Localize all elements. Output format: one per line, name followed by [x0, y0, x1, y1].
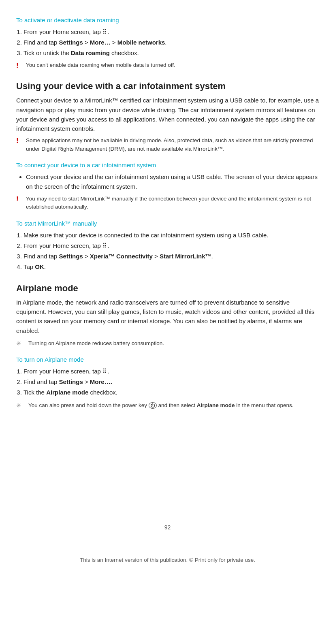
airplane-mode-section: Airplane mode In Airplane mode, the netw… [16, 283, 319, 410]
connect-note-text: You may need to start MirrorLink™ manual… [26, 195, 319, 211]
airplane-mode-body: In Airplane mode, the network and radio … [16, 298, 319, 335]
footer-text: This is an Internet version of this publ… [16, 556, 319, 565]
list-item: Tick the Airplane mode checkbox. [23, 388, 319, 397]
list-item: Make sure that your device is connected … [23, 230, 319, 240]
data-roaming-note-text: You can't enable data roaming when mobil… [26, 61, 175, 69]
footer: 92 This is an Internet version of this p… [16, 523, 319, 565]
list-item: Connect your device and the car infotain… [26, 172, 319, 192]
exclamation-icon-3: ! [16, 195, 22, 203]
airplane-mode-tip-text: Turning on Airplane mode reduces battery… [28, 339, 164, 348]
turn-on-airplane-subheading: To turn on Airplane mode [16, 355, 319, 364]
page-number: 92 [16, 523, 319, 532]
turn-on-airplane-tip: ✳ You can also press and hold down the p… [16, 401, 319, 409]
airplane-mode-heading: Airplane mode [16, 283, 319, 294]
data-roaming-steps: From your Home screen, tap ⠿. Find and t… [16, 27, 319, 58]
list-item: Find and tap Settings > Xperia™ Connecti… [23, 252, 319, 261]
car-infotainment-note: ! Some applications may not be available… [16, 136, 319, 153]
car-infotainment-heading: Using your device with a car infotainmen… [16, 81, 319, 92]
turn-on-airplane-steps: From your Home screen, tap ⠿. Find and t… [16, 367, 319, 397]
list-item: Tap OK. [23, 262, 319, 272]
list-item: From your Home screen, tap ⠿. [23, 241, 319, 251]
list-item: Find and tap Settings > More… > Mobile n… [23, 38, 319, 47]
exclamation-icon: ! [16, 62, 22, 70]
car-infotainment-section: Using your device with a car infotainmen… [16, 81, 319, 272]
tip-icon: ✳ [16, 340, 24, 347]
list-item: Find and tap Settings > More…. [23, 377, 319, 387]
list-item: From your Home screen, tap ⠿. [23, 367, 319, 376]
tip-icon-2: ✳ [16, 402, 24, 409]
list-item: Tick or untick the Data roaming checkbox… [23, 48, 319, 58]
list-item: From your Home screen, tap ⠿. [23, 27, 319, 37]
data-roaming-note: ! You can't enable data roaming when mob… [16, 61, 319, 70]
airplane-mode-tip: ✳ Turning on Airplane mode reduces batte… [16, 339, 319, 348]
data-roaming-subheading: To activate or deactivate data roaming [16, 15, 319, 25]
connect-note: ! You may need to start MirrorLink™ manu… [16, 195, 319, 211]
start-mirrorlink-steps: Make sure that your device is connected … [16, 230, 319, 272]
connect-bullet-list: Connect your device and the car infotain… [26, 172, 319, 192]
turn-on-airplane-tip-text: You can also press and hold down the pow… [28, 401, 293, 409]
start-mirrorlink-subheading: To start MirrorLink™ manually [16, 219, 319, 228]
connect-subheading: To connect your device to a car infotain… [16, 160, 319, 170]
car-infotainment-body: Connect your device to a MirrorLink™ cer… [16, 96, 319, 133]
car-infotainment-note-text: Some applications may not be available i… [26, 136, 319, 153]
exclamation-icon-2: ! [16, 137, 22, 145]
